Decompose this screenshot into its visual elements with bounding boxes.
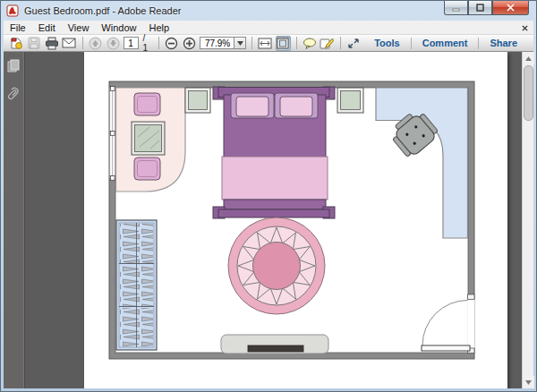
- print-button[interactable]: [44, 36, 59, 51]
- round-rug: [228, 217, 325, 314]
- fit-page-button[interactable]: [276, 36, 291, 51]
- tools-button[interactable]: Tools: [363, 38, 411, 48]
- floor-plan-drawing: [84, 52, 507, 388]
- zoom-level-combo[interactable]: 77.9%: [200, 37, 246, 49]
- comment-panel-button[interactable]: Comment: [412, 38, 479, 48]
- pdf-page: [84, 52, 507, 388]
- window-symbol: [110, 87, 115, 181]
- tv-screen: [248, 345, 303, 352]
- menu-window[interactable]: Window: [95, 21, 142, 34]
- previous-page-button[interactable]: [88, 36, 103, 51]
- document-workspace: [4, 52, 533, 388]
- window-title: Guest Bedroom.pdf - Adobe Reader: [24, 5, 182, 16]
- scroll-up-button[interactable]: [523, 52, 534, 64]
- zoom-out-button[interactable]: [165, 36, 180, 51]
- fit-page-icon: [277, 38, 289, 49]
- scroll-down-icon: [525, 380, 532, 385]
- nightstand-left: [185, 88, 210, 113]
- tv-bench: [221, 335, 328, 354]
- page-number-input[interactable]: 1: [124, 37, 139, 49]
- arrow-up-icon: [89, 37, 102, 50]
- page-total-label: / 1: [141, 33, 153, 53]
- chevron-down-icon: [237, 41, 243, 46]
- close-icon: [507, 4, 515, 12]
- corner-seating: [116, 88, 186, 192]
- menu-edit[interactable]: Edit: [32, 21, 62, 34]
- minimize-button[interactable]: [444, 1, 468, 15]
- fit-width-button[interactable]: [258, 36, 273, 51]
- title-bar[interactable]: Guest Bedroom.pdf - Adobe Reader: [1, 1, 536, 21]
- menu-bar: File Edit View Window Help: [4, 21, 533, 35]
- toolbar: 1 / 1 77.9%: [4, 35, 533, 52]
- zoom-out-icon: [165, 37, 178, 50]
- save-button[interactable]: [27, 36, 42, 51]
- bed-blanket: [222, 157, 328, 200]
- document-area[interactable]: [25, 52, 522, 388]
- pdf-app-icon: [6, 4, 19, 17]
- close-document-button[interactable]: [522, 22, 528, 33]
- glass-table: [132, 122, 165, 155]
- zoom-in-button[interactable]: [182, 36, 197, 51]
- share-button[interactable]: Share: [479, 38, 528, 48]
- save-icon: [28, 37, 40, 49]
- menu-file[interactable]: File: [4, 21, 32, 34]
- scrollbar-thumb[interactable]: [524, 65, 533, 121]
- open-button[interactable]: [9, 36, 24, 51]
- fit-width-icon: [258, 38, 272, 49]
- vertical-scrollbar[interactable]: [522, 52, 533, 388]
- attachments-icon[interactable]: [8, 86, 21, 102]
- sign-button[interactable]: [320, 36, 335, 51]
- page-thumbnails-icon[interactable]: [7, 59, 21, 73]
- expand-arrows-icon: [347, 38, 360, 49]
- zoom-in-icon: [183, 37, 196, 50]
- nightstand-right: [337, 88, 363, 113]
- wardrobe: [116, 220, 157, 350]
- zoom-level-value[interactable]: 77.9%: [200, 37, 234, 49]
- close-button[interactable]: [492, 1, 529, 15]
- fullscreen-button[interactable]: [346, 36, 362, 51]
- minimize-icon: [452, 4, 460, 12]
- next-page-button[interactable]: [106, 36, 121, 51]
- sign-icon: [320, 38, 334, 49]
- maximize-icon: [476, 4, 484, 12]
- open-icon: [9, 37, 23, 50]
- menu-help[interactable]: Help: [142, 21, 175, 34]
- arrow-down-icon: [107, 37, 120, 50]
- email-button[interactable]: [62, 36, 77, 51]
- scroll-up-icon: [525, 56, 532, 61]
- navigation-sidebar: [4, 52, 25, 388]
- scroll-down-button[interactable]: [523, 376, 534, 388]
- comment-bubble-icon: [303, 38, 317, 49]
- door-leaf: [422, 345, 470, 351]
- print-icon: [45, 37, 59, 50]
- menu-view[interactable]: View: [62, 21, 96, 34]
- comment-bubble-button[interactable]: [302, 36, 317, 51]
- maximize-button[interactable]: [468, 1, 492, 15]
- bed: [213, 87, 335, 218]
- email-icon: [62, 38, 76, 48]
- adobe-reader-window: Guest Bedroom.pdf - Adobe Reader File Ed…: [0, 0, 537, 392]
- close-document-icon: [522, 25, 528, 31]
- zoom-dropdown-button[interactable]: [234, 37, 246, 49]
